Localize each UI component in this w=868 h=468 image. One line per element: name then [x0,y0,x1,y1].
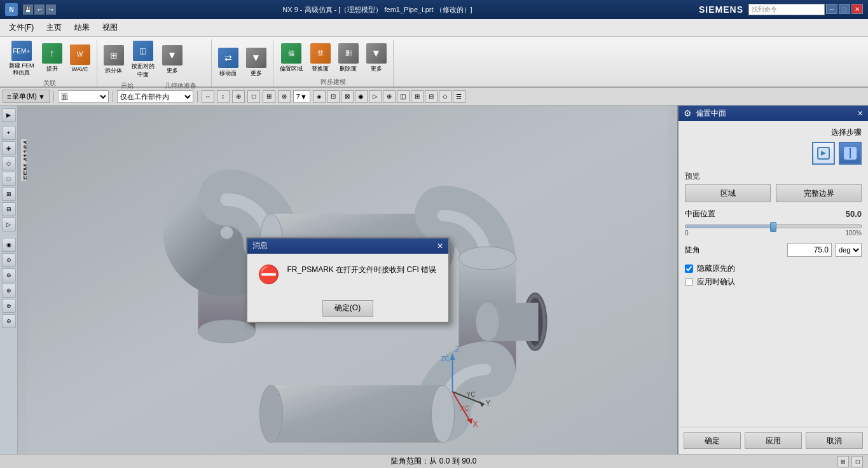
snap-icon4[interactable]: ◻ [247,90,260,103]
snap-icon3[interactable]: ⊕ [232,90,245,103]
snap-icon5[interactable]: ⊞ [263,90,275,103]
ok-button[interactable]: 确定 [684,432,741,449]
preview-label: 预览 [685,171,862,182]
dialog-close-icon[interactable]: ✕ [437,242,443,251]
minimize-btn[interactable]: ─ [826,4,837,14]
delete-face-btn[interactable]: 删 删除面 [336,42,361,74]
sb-btn-2[interactable]: + [2,126,16,140]
tb-icon-e[interactable]: ▷ [369,90,382,103]
status-text: 陡角范围：从 0.0 到 90.0 [391,456,476,467]
tb-icon2[interactable]: ↩ [34,4,45,15]
apply-button[interactable]: 应用 [745,432,802,449]
midsurface-btn[interactable]: ◫ 按面对的中面 [129,39,157,80]
tb-icon-g[interactable]: ◫ [397,90,410,103]
tb-icon-j[interactable]: ◇ [439,90,451,103]
sb-btn-1[interactable]: ▶ [2,108,16,122]
snap-select[interactable]: 7 ▼ [293,90,310,103]
preview-buttons-row: 区域 完整边界 [685,184,862,202]
sb-btn-4[interactable]: ◇ [2,156,16,170]
snap-icon6[interactable]: ⊗ [278,90,291,103]
filter-scope-select[interactable]: 仅在工作部件内 在所有部件内 [117,90,193,103]
tb-icon1[interactable]: 💾 [23,4,33,15]
tb-icon-f[interactable]: ⊕ [383,90,396,103]
tb-icon-c[interactable]: ⊠ [341,90,354,103]
tb-icon3[interactable]: ↪ [46,4,56,15]
cancel-button[interactable]: 取消 [806,432,863,449]
sb-btn-8[interactable]: ▷ [2,217,16,231]
more-start-icon: ▼ [162,45,183,65]
sb-btn-9[interactable]: ◉ [2,238,16,252]
sb-btn-5[interactable]: □ [2,172,16,186]
tb-icon-i[interactable]: ⊟ [425,90,437,103]
wave-icon: W [70,45,90,65]
more-start-btn[interactable]: ▼ 更多 [160,44,185,76]
sb-btn-12[interactable]: ⊛ [2,284,16,298]
sb-btn-10[interactable]: ⊙ [2,253,16,267]
menu-results[interactable]: 结果 [68,20,96,36]
new-fem-btn[interactable]: FEM+ 新建 FEM和仿真 [6,39,37,78]
draft-angle-label: 陡角 [685,245,700,256]
maximize-btn[interactable]: □ [839,4,850,14]
move-face-btn[interactable]: ⇄ 移动面 [216,46,241,79]
app-title: NX 9 - 高级仿真 - [（理想模型） fem1_Pipe_i.prt （修… [56,5,699,15]
more-sync-btn[interactable]: ▼ 更多 [364,42,389,74]
sb-btn-6[interactable]: ⊞ [2,187,16,201]
snap-icon1[interactable]: ↔ [202,90,214,103]
slider-thumb[interactable] [770,222,776,232]
sb-btn-11[interactable]: ⊚ [2,268,16,282]
dialog-body: ⛔ FR_PSMARK 在打开文件时接收到 CFI 错误 [247,254,448,295]
sb-btn-14[interactable]: ⊝ [2,314,16,328]
region-btn[interactable]: 区域 [685,184,771,202]
title-bar: N 💾 ↩ ↪ NX 9 - 高级仿真 - [（理想模型） fem1_Pipe_… [0,0,868,19]
panel-footer: 确定 应用 取消 [679,427,868,454]
draft-angle-input[interactable] [787,243,832,257]
panel-settings-icon: ⚙ [684,108,692,118]
tb-icon-b[interactable]: ⊡ [327,90,340,103]
confirm-apply-checkbox[interactable] [685,278,693,286]
midplane-value: 50.0 [846,209,862,219]
step2-icon[interactable] [839,142,862,165]
offset-region-btn[interactable]: 偏 偏置区域 [277,42,305,74]
hide-original-checkbox[interactable] [685,265,693,273]
snap-dropdown-icon: ▼ [300,93,307,100]
search-box[interactable]: 找到命令 [748,4,825,15]
status-icon2[interactable]: ◻ [851,456,863,467]
panel-close-button[interactable]: × [858,108,863,118]
promote-btn[interactable]: ↑ 提升 [39,42,65,74]
step1-icon[interactable] [812,142,835,165]
move-face-label: 移动面 [219,69,237,78]
menu-home[interactable]: 主页 [40,20,68,36]
close-btn[interactable]: ✕ [851,4,863,14]
full-boundary-btn[interactable]: 完整边界 [776,184,862,202]
snap-icon2[interactable]: ↕ [217,90,230,103]
tb-icon-d[interactable]: ◉ [355,90,368,103]
draft-angle-unit-select[interactable]: deg rad [836,243,862,257]
menu-shortcut-label: ≡ [7,93,11,100]
menu-view[interactable]: 视图 [96,20,124,36]
wave-label: WAVE [72,66,88,72]
menu-shortcut[interactable]: ≡ 菜单(M) ▼ [3,90,50,103]
tb-sep3 [197,91,198,102]
preview-section: 预览 区域 完整边界 [685,171,862,202]
sb-btn-3[interactable]: ◈ [2,141,16,155]
sb-btn-13[interactable]: ⊜ [2,299,16,313]
sb-btn-7[interactable]: ⊟ [2,202,16,216]
tb-icon-k[interactable]: ☰ [453,90,465,103]
more-move-btn[interactable]: ▼ 更多 [244,46,269,79]
new-fem-icon: FEM+ [11,41,32,61]
wave-btn[interactable]: W WAVE [67,43,93,74]
more-move-label: 更多 [251,69,262,78]
panel-titlebar: ⚙ 偏置中面 × [679,106,868,121]
replace-face-btn[interactable]: 替 替换面 [308,42,333,74]
3d-viewport[interactable]: FEM 41164 [18,106,677,454]
menu-file[interactable]: 文件(F) [3,20,40,36]
confirm-apply-row: 应用时确认 [685,277,862,287]
status-icon1[interactable]: ⊞ [837,456,849,467]
filter-type-select[interactable]: 面 边 点 体 [58,90,109,103]
dialog-ok-button[interactable]: 确定(O) [322,300,373,317]
dialog-titlebar: 消息 ✕ [247,238,448,254]
tb-icon-h[interactable]: ⊞ [411,90,424,103]
tb-icon-a[interactable]: ◈ [313,90,326,103]
split-body-btn[interactable]: ⊞ 拆分体 [101,44,127,76]
confirm-apply-label: 应用时确认 [697,277,735,287]
